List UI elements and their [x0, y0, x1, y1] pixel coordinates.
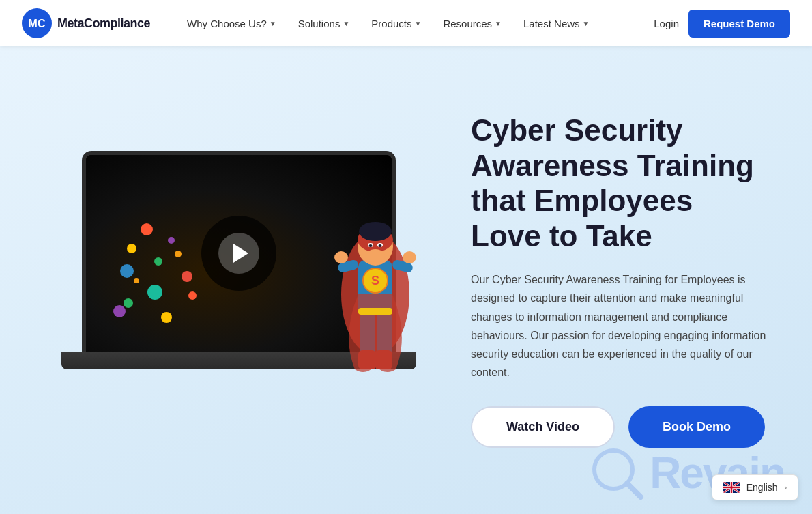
svg-text:S: S: [371, 274, 379, 287]
navbar: MC MetaCompliance Why Choose Us? ▼ Solut…: [0, 0, 812, 46]
nav-item-products[interactable]: Products ▼: [362, 12, 431, 35]
login-link[interactable]: Login: [644, 12, 688, 35]
svg-point-12: [366, 249, 385, 263]
chevron-down-icon: ▼: [343, 20, 349, 27]
hero-description: Our Cyber Security Awareness Training fo…: [471, 270, 771, 382]
hero-content: Cyber Security Awareness Training that E…: [437, 113, 771, 448]
book-demo-button[interactable]: Book Demo: [628, 406, 765, 448]
chevron-down-icon: ▼: [415, 20, 422, 27]
svg-point-16: [334, 251, 348, 263]
logo-text: MetaCompliance: [57, 16, 150, 31]
chevron-right-icon: ›: [785, 484, 787, 491]
flag-icon: [723, 482, 740, 493]
play-icon: [233, 244, 248, 263]
hero-title: Cyber Security Awareness Training that E…: [471, 113, 771, 255]
svg-line-24: [627, 483, 641, 497]
nav-item-resources[interactable]: Resources ▼: [433, 12, 511, 35]
svg-rect-22: [358, 308, 392, 315]
watermark-icon: [590, 446, 644, 500]
logo-icon: MC: [22, 8, 52, 38]
laptop-container: S: [61, 151, 416, 410]
svg-text:MC: MC: [29, 18, 46, 29]
request-demo-button[interactable]: Request Demo: [688, 10, 790, 38]
svg-point-11: [379, 244, 382, 247]
chevron-down-icon: ▼: [495, 20, 502, 27]
hero-buttons: Watch Video Book Demo: [471, 406, 771, 448]
watch-video-button[interactable]: Watch Video: [471, 406, 615, 448]
chevron-down-icon: ▼: [583, 20, 590, 27]
language-selector[interactable]: English ›: [712, 474, 798, 500]
svg-point-10: [369, 244, 373, 247]
hero-visual: S: [41, 151, 437, 410]
superman-figure: S: [321, 171, 430, 403]
nav-item-why-choose[interactable]: Why Choose Us? ▼: [177, 12, 286, 35]
hero-section: S: [0, 46, 812, 514]
nav-links: Why Choose Us? ▼ Solutions ▼ Products ▼ …: [177, 12, 644, 35]
nav-item-latest-news[interactable]: Latest News ▼: [514, 12, 598, 35]
svg-point-13: [359, 222, 392, 241]
chevron-down-icon: ▼: [270, 20, 276, 27]
play-button[interactable]: [218, 233, 259, 274]
svg-point-17: [403, 251, 416, 263]
language-label: English: [746, 482, 778, 493]
nav-item-solutions[interactable]: Solutions ▼: [289, 12, 360, 35]
logo[interactable]: MC MetaCompliance: [22, 8, 150, 38]
